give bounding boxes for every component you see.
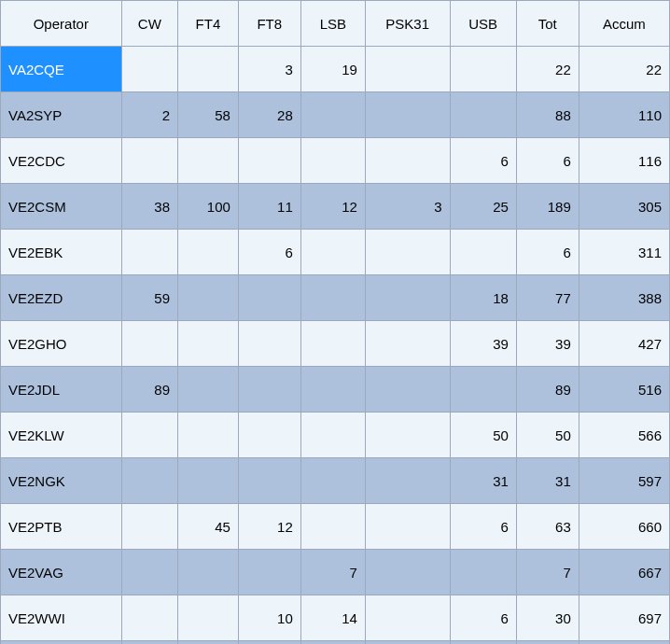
data-cell[interactable]: 19 xyxy=(300,47,365,92)
data-cell[interactable] xyxy=(178,641,239,645)
col-header-usb[interactable]: USB xyxy=(450,1,516,47)
data-cell[interactable] xyxy=(300,504,365,550)
data-cell[interactable]: 566 xyxy=(579,413,669,458)
data-cell[interactable] xyxy=(450,92,516,138)
table-row[interactable]: VE2PTB4512663660 xyxy=(1,504,670,550)
data-cell[interactable]: 116 xyxy=(579,138,669,184)
table-row[interactable]: VE2JDL8989516 xyxy=(1,367,670,413)
data-cell[interactable]: 39 xyxy=(450,321,516,367)
data-cell[interactable] xyxy=(300,413,365,458)
data-cell[interactable]: 516 xyxy=(579,367,669,413)
operator-cell[interactable]: VE2NGK xyxy=(1,458,122,504)
operator-mode-table[interactable]: OperatorCWFT4FT8LSBPSK31USBTotAccum VA2C… xyxy=(0,0,670,644)
table-row[interactable]: VE2WWI1014630697 xyxy=(1,595,670,641)
data-cell[interactable]: 667 xyxy=(579,550,669,595)
data-cell[interactable]: 12 xyxy=(300,184,365,230)
data-cell[interactable] xyxy=(365,595,450,641)
data-cell[interactable]: 6 xyxy=(516,230,579,275)
operator-cell[interactable]: VE2WWI xyxy=(1,595,122,641)
data-cell[interactable]: 388 xyxy=(579,275,669,321)
data-cell[interactable] xyxy=(300,367,365,413)
data-cell[interactable] xyxy=(178,138,239,184)
operator-cell[interactable]: VE2CSM xyxy=(1,184,122,230)
data-cell[interactable] xyxy=(365,47,450,92)
data-cell[interactable]: 31 xyxy=(516,458,579,504)
table-row[interactable]: VE2NGK3131597 xyxy=(1,458,670,504)
data-cell[interactable]: 58 xyxy=(178,92,239,138)
data-cell[interactable] xyxy=(450,641,516,645)
data-cell[interactable]: 10 xyxy=(238,595,300,641)
table-row[interactable]: VA2SYP2582888110 xyxy=(1,92,670,138)
operator-cell[interactable]: VA2CQE xyxy=(1,47,122,92)
col-header-ft8[interactable]: FT8 xyxy=(238,1,300,47)
data-cell[interactable] xyxy=(300,92,365,138)
table-row[interactable]: VE2XZA66703 xyxy=(1,641,670,645)
data-cell[interactable]: 28 xyxy=(238,92,300,138)
data-cell[interactable] xyxy=(121,47,177,92)
data-cell[interactable] xyxy=(300,230,365,275)
data-cell[interactable] xyxy=(178,367,239,413)
data-cell[interactable]: 50 xyxy=(450,413,516,458)
data-cell[interactable]: 38 xyxy=(121,184,177,230)
data-cell[interactable]: 77 xyxy=(516,275,579,321)
data-cell[interactable]: 39 xyxy=(516,321,579,367)
data-cell[interactable]: 6 xyxy=(516,138,579,184)
data-cell[interactable] xyxy=(238,413,300,458)
data-cell[interactable] xyxy=(121,550,177,595)
operator-cell[interactable]: VE2EBK xyxy=(1,230,122,275)
data-cell[interactable] xyxy=(121,230,177,275)
operator-cell[interactable]: VE2PTB xyxy=(1,504,122,550)
data-cell[interactable] xyxy=(178,550,239,595)
table-row[interactable]: VE2VAG77667 xyxy=(1,550,670,595)
table-row[interactable]: VE2EBK66311 xyxy=(1,230,670,275)
data-cell[interactable] xyxy=(121,595,177,641)
data-cell[interactable] xyxy=(178,413,239,458)
data-cell[interactable] xyxy=(450,230,516,275)
data-cell[interactable]: 6 xyxy=(450,595,516,641)
data-cell[interactable]: 7 xyxy=(516,550,579,595)
table-row[interactable]: VA2CQE3192222 xyxy=(1,47,670,92)
data-cell[interactable] xyxy=(121,458,177,504)
table-row[interactable]: VE2EZD591877388 xyxy=(1,275,670,321)
table-row[interactable]: VE2CDC66116 xyxy=(1,138,670,184)
data-cell[interactable]: 45 xyxy=(178,504,239,550)
data-cell[interactable] xyxy=(121,641,177,645)
data-cell[interactable] xyxy=(121,413,177,458)
operator-cell[interactable]: VE2KLW xyxy=(1,413,122,458)
data-cell[interactable]: 2 xyxy=(121,92,177,138)
data-cell[interactable]: 22 xyxy=(516,47,579,92)
data-cell[interactable]: 14 xyxy=(300,595,365,641)
table-row[interactable]: VE2CSM381001112325189305 xyxy=(1,184,670,230)
data-cell[interactable] xyxy=(365,275,450,321)
data-cell[interactable] xyxy=(365,230,450,275)
data-cell[interactable]: 89 xyxy=(516,367,579,413)
data-cell[interactable]: 100 xyxy=(178,184,239,230)
data-cell[interactable]: 25 xyxy=(450,184,516,230)
data-cell[interactable]: 89 xyxy=(121,367,177,413)
data-cell[interactable] xyxy=(238,550,300,595)
table-row[interactable]: VE2GHO3939427 xyxy=(1,321,670,367)
data-cell[interactable]: 189 xyxy=(516,184,579,230)
data-cell[interactable]: 660 xyxy=(579,504,669,550)
col-header-operator[interactable]: Operator xyxy=(1,1,122,47)
operator-cell[interactable]: VE2JDL xyxy=(1,367,122,413)
data-cell[interactable] xyxy=(450,47,516,92)
data-cell[interactable] xyxy=(178,458,239,504)
col-header-cw[interactable]: CW xyxy=(121,1,177,47)
data-cell[interactable]: 6 xyxy=(450,138,516,184)
col-header-psk31[interactable]: PSK31 xyxy=(365,1,450,47)
data-cell[interactable] xyxy=(238,321,300,367)
data-cell[interactable] xyxy=(450,550,516,595)
data-cell[interactable] xyxy=(238,458,300,504)
data-cell[interactable]: 3 xyxy=(238,47,300,92)
data-cell[interactable] xyxy=(121,504,177,550)
table-row[interactable]: VE2KLW5050566 xyxy=(1,413,670,458)
data-cell[interactable]: 6 xyxy=(516,641,579,645)
data-cell[interactable]: 597 xyxy=(579,458,669,504)
data-cell[interactable] xyxy=(365,138,450,184)
operator-cell[interactable]: VE2VAG xyxy=(1,550,122,595)
operator-cell[interactable]: VE2CDC xyxy=(1,138,122,184)
col-header-ft4[interactable]: FT4 xyxy=(178,1,239,47)
data-cell[interactable]: 22 xyxy=(579,47,669,92)
data-cell[interactable] xyxy=(300,458,365,504)
